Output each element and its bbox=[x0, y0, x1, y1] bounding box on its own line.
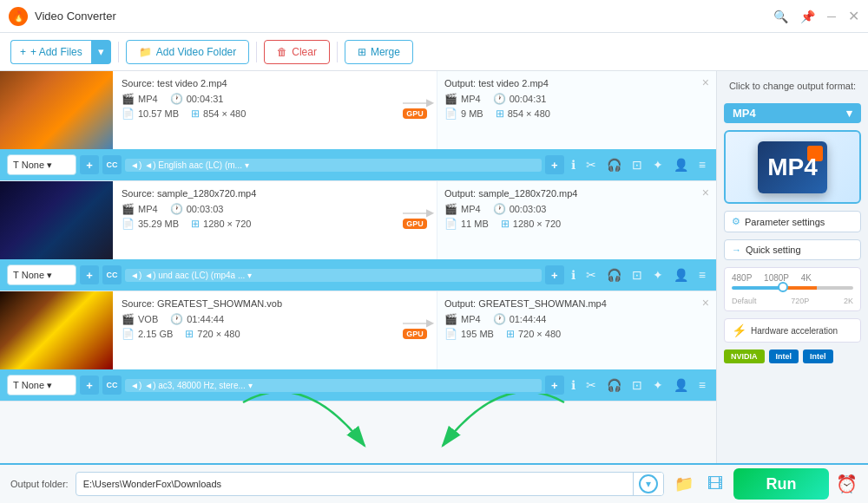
crop-icon-3[interactable]: ⊡ bbox=[628, 376, 646, 394]
crop-icon-2[interactable]: ⊡ bbox=[628, 266, 646, 284]
watermark-icon-1[interactable]: ≡ bbox=[695, 156, 709, 173]
quality-labels: Default 720P 2K bbox=[732, 297, 853, 305]
effect-select-3[interactable]: T None ▾ bbox=[7, 375, 76, 395]
hardware-acceleration[interactable]: ⚡ Hardware acceleration bbox=[724, 318, 861, 343]
res-value: 1280 × 720 bbox=[203, 219, 251, 229]
crop-icon-1[interactable]: ⊡ bbox=[628, 156, 646, 173]
output-path-input[interactable] bbox=[76, 479, 633, 489]
output-size: 📄 9 MB bbox=[444, 108, 483, 120]
out-meta-row-1: 🎬 MP4 🕐 00:03:03 bbox=[444, 203, 709, 215]
quick-setting-button[interactable]: → Quick setting bbox=[724, 239, 861, 260]
t-icon: T bbox=[13, 380, 19, 390]
watermark-icon-2[interactable]: ≡ bbox=[695, 266, 709, 284]
search-icon[interactable]: 🔍 bbox=[773, 10, 788, 23]
close-btn[interactable]: ✕ bbox=[848, 8, 859, 24]
format-thumbnail[interactable]: MP4 bbox=[724, 130, 861, 204]
source-label: Source: GREATEST_SHOWMAN.vob bbox=[122, 298, 386, 309]
add-btn-3[interactable]: + bbox=[80, 376, 99, 395]
size-value: 35.29 MB bbox=[138, 219, 179, 229]
add-files-button[interactable]: + + Add Files bbox=[10, 40, 91, 64]
headphone-icon-3[interactable]: 🎧 bbox=[603, 376, 625, 394]
info-icon-3[interactable]: ℹ bbox=[568, 376, 579, 394]
add-audio-btn-3[interactable]: + bbox=[545, 376, 564, 395]
quick-setting-label: Quick setting bbox=[746, 245, 801, 255]
add-btn-2[interactable]: + bbox=[80, 265, 99, 284]
arrow-area: GPU bbox=[393, 71, 437, 149]
alarm-button[interactable]: ⏰ bbox=[836, 474, 858, 494]
subtitle-icon-3[interactable]: 👤 bbox=[670, 376, 692, 394]
clear-label: Clear bbox=[292, 46, 317, 58]
cut-icon-1[interactable]: ✂ bbox=[582, 156, 600, 173]
path-dropdown-button[interactable]: ▾ bbox=[633, 473, 663, 495]
add-folder-button[interactable]: 📁 Add Video Folder bbox=[126, 40, 250, 64]
audio-chevron-2: ▾ bbox=[247, 271, 252, 280]
quality-thumb[interactable] bbox=[778, 282, 788, 292]
file-thumbnail bbox=[0, 71, 113, 149]
cc-btn-1[interactable]: CC bbox=[102, 155, 122, 174]
add-btn-1[interactable]: + bbox=[80, 155, 99, 174]
close-item-3[interactable]: × bbox=[702, 296, 709, 310]
browse-folder-button[interactable]: 📁 bbox=[671, 474, 697, 493]
toolbar: + + Add Files ▾ 📁 Add Video Folder 🗑 Cle… bbox=[0, 33, 868, 71]
source-format: 🎬 VOB bbox=[122, 313, 158, 325]
file-row: Source: test video 2.mp4 🎬 MP4 🕐 00:04:3… bbox=[0, 71, 716, 149]
preview-button[interactable]: 🎞 bbox=[704, 475, 727, 493]
intel-logo[interactable]: Intel bbox=[769, 349, 799, 363]
audio-select-2[interactable]: ◄) ◄) und aac (LC) (mp4a ... ▾ bbox=[125, 269, 542, 282]
minimize-btn[interactable]: ─ bbox=[827, 10, 836, 23]
clear-button[interactable]: 🗑 Clear bbox=[264, 40, 330, 64]
meta-row-1: 🎬 MP4 🕐 00:04:31 bbox=[122, 93, 386, 105]
format-value: MP4 bbox=[138, 204, 158, 214]
effect-icon-2[interactable]: ✦ bbox=[649, 266, 667, 284]
merge-button[interactable]: ⊞ Merge bbox=[345, 40, 413, 64]
out-res-value: 854 × 480 bbox=[508, 108, 550, 119]
file-thumbnail bbox=[0, 181, 113, 259]
intel-logo-2[interactable]: Intel bbox=[803, 349, 833, 363]
nvidia-logo[interactable]: NVIDIA bbox=[724, 349, 765, 363]
output-path-container: ▾ bbox=[76, 472, 664, 496]
cc-btn-3[interactable]: CC bbox=[102, 376, 122, 395]
effect-icon-1[interactable]: ✦ bbox=[649, 156, 667, 173]
source-resolution: ⊞ 1280 × 720 bbox=[191, 218, 251, 230]
out-duration-value: 00:03:03 bbox=[510, 204, 547, 214]
audio-chevron-3: ▾ bbox=[248, 381, 253, 390]
subtitle-icon-1[interactable]: 👤 bbox=[670, 156, 692, 173]
info-icon-1[interactable]: ℹ bbox=[568, 156, 579, 173]
add-audio-btn-1[interactable]: + bbox=[545, 155, 564, 174]
settings-icon: ⚙ bbox=[732, 216, 740, 227]
cut-icon-3[interactable]: ✂ bbox=[582, 376, 600, 394]
effect-select-2[interactable]: T None ▾ bbox=[7, 265, 76, 285]
divider-2 bbox=[256, 42, 257, 62]
pin-icon[interactable]: 📌 bbox=[800, 10, 815, 23]
file-row: Source: GREATEST_SHOWMAN.vob 🎬 VOB 🕐 01:… bbox=[0, 291, 716, 369]
watermark-icon-3[interactable]: ≡ bbox=[695, 376, 709, 394]
add-audio-btn-2[interactable]: + bbox=[545, 265, 564, 284]
quality-track[interactable] bbox=[732, 286, 853, 290]
parameter-settings-button[interactable]: ⚙ Parameter settings bbox=[724, 211, 861, 232]
file-item: Source: test video 2.mp4 🎬 MP4 🕐 00:04:3… bbox=[0, 71, 716, 181]
source-size: 📄 35.29 MB bbox=[122, 218, 179, 230]
output-duration: 🕐 00:03:03 bbox=[493, 203, 547, 215]
format-selector[interactable]: MP4 ▾ bbox=[724, 103, 861, 123]
close-item-1[interactable]: × bbox=[702, 75, 709, 89]
source-size: 📄 2.15 GB bbox=[122, 328, 173, 340]
720p-label: 720P bbox=[791, 297, 809, 305]
headphone-icon-1[interactable]: 🎧 bbox=[603, 156, 625, 173]
add-files-dropdown[interactable]: ▾ bbox=[91, 40, 111, 64]
film-icon-out: 🎬 bbox=[444, 203, 457, 215]
file-source-info: Source: test video 2.mp4 🎬 MP4 🕐 00:04:3… bbox=[113, 71, 393, 149]
audio-select-3[interactable]: ◄) ◄) ac3, 48000 Hz, stere... ▾ bbox=[125, 379, 542, 392]
cc-btn-2[interactable]: CC bbox=[102, 265, 122, 284]
source-duration: 🕐 00:03:03 bbox=[170, 203, 224, 215]
audio-select-1[interactable]: ◄) ◄) English aac (LC) (m... ▾ bbox=[125, 159, 542, 172]
res-value: 720 × 480 bbox=[197, 329, 240, 339]
out-format-value: MP4 bbox=[461, 204, 481, 214]
subtitle-icon-2[interactable]: 👤 bbox=[670, 266, 692, 284]
headphone-icon-2[interactable]: 🎧 bbox=[603, 266, 625, 284]
close-item-2[interactable]: × bbox=[702, 186, 709, 199]
info-icon-2[interactable]: ℹ bbox=[568, 266, 579, 284]
cut-icon-2[interactable]: ✂ bbox=[582, 266, 600, 284]
effect-icon-3[interactable]: ✦ bbox=[649, 376, 667, 394]
effect-select-1[interactable]: T None ▾ bbox=[7, 154, 76, 175]
run-button[interactable]: Run bbox=[733, 468, 829, 500]
